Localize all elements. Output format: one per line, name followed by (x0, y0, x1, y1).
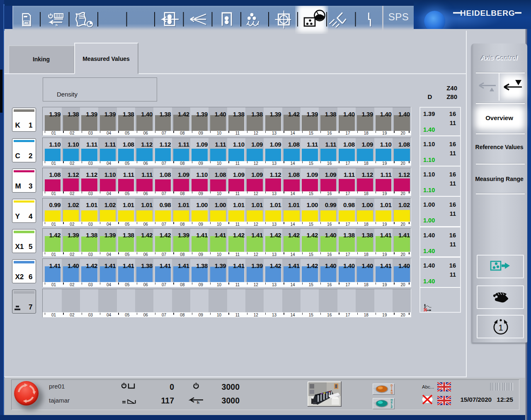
svg-text:G: G (390, 391, 393, 394)
svg-text:ABC: ABC (24, 21, 30, 25)
svg-text:1: 1 (498, 323, 503, 332)
svg-text:P: P (391, 406, 393, 409)
svg-text:HEIDELBERG: HEIDELBERG (460, 9, 515, 17)
svg-text:h: h (56, 23, 58, 27)
svg-text:h: h (197, 400, 199, 405)
